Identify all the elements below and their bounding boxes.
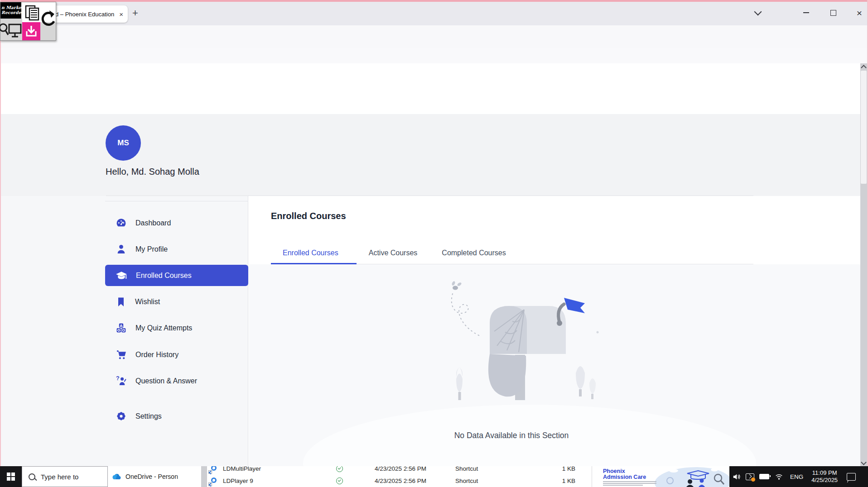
browser-titlebar: board – Phoenix Education × + × xyxy=(0,0,868,25)
copy-document-icon[interactable] xyxy=(23,4,41,21)
recording-border-top xyxy=(0,0,868,2)
arrow-up-icon xyxy=(861,65,867,71)
sidebar-label: Enrolled Courses xyxy=(136,272,192,280)
banner-title: Phoenix Admission Care xyxy=(603,468,646,480)
sidebar-divider xyxy=(105,201,248,201)
bee-icon xyxy=(451,281,462,290)
sidebar-item-wishlist[interactable]: Wishlist xyxy=(105,291,248,312)
taskbar-clock[interactable]: 11:09 PM 4/25/2025 xyxy=(808,469,841,484)
recorder-title-line2: Recorder xyxy=(1,10,21,15)
scrollbar-thumb[interactable] xyxy=(861,71,867,184)
taskbar-search[interactable]: Type here to xyxy=(22,466,108,487)
file-explorer-window[interactable]: OneDrive - Person LDMultiPlayer 4/23/202… xyxy=(108,466,592,487)
language-indicator[interactable]: ENG xyxy=(786,473,808,480)
onedrive-cloud-icon xyxy=(111,473,121,480)
phoenix-admission-care-window[interactable]: Phoenix Admission Care xyxy=(592,466,729,487)
close-window-button[interactable]: × xyxy=(854,6,865,19)
speaker-icon xyxy=(733,473,740,480)
explorer-scrollbar[interactable] xyxy=(201,466,207,487)
content-tabs: Enrolled Courses Active Courses Complete… xyxy=(271,242,753,264)
file-name: LDMultiPlayer xyxy=(223,466,336,472)
tab-label: Completed Courses xyxy=(442,249,506,257)
sidebar-item-enrolled-courses[interactable]: Enrolled Courses xyxy=(105,265,248,286)
screen-recorder-overlay[interactable]: n Marker Recorder xyxy=(0,2,56,41)
sidebar-label: My Quiz Attempts xyxy=(135,324,192,332)
file-date: 4/23/2025 2:56 PM xyxy=(375,477,455,484)
tab-completed-courses[interactable]: Completed Courses xyxy=(429,242,518,264)
restore-button[interactable] xyxy=(827,6,839,19)
tab-close-icon[interactable]: × xyxy=(119,11,123,18)
refresh-icon[interactable] xyxy=(40,9,56,32)
search-icon xyxy=(29,473,35,480)
banner-illustration xyxy=(660,467,729,487)
file-name: LDPlayer 9 xyxy=(223,477,336,484)
file-type: Shortcut xyxy=(455,477,548,484)
file-row[interactable]: LDMultiPlayer 4/23/2025 2:56 PM Shortcut… xyxy=(209,466,592,474)
bookmarks-bar: Import bookmarks... Finish setup xyxy=(0,48,868,64)
start-button[interactable] xyxy=(0,466,22,487)
onedrive-label: OneDrive - Person xyxy=(125,473,178,480)
enrolled-courses-icon xyxy=(116,270,127,282)
file-size: 1 KB xyxy=(548,466,575,472)
sidebar-label: Order History xyxy=(135,351,178,359)
notification-icon xyxy=(847,473,856,481)
clock-time: 11:09 PM xyxy=(811,469,838,477)
question-answer-icon: ? xyxy=(116,375,127,387)
battery-button[interactable] xyxy=(757,466,772,487)
notification-dot xyxy=(751,477,755,482)
battery-icon xyxy=(759,474,769,479)
empty-state: No Data Available in this Section xyxy=(249,264,860,466)
file-row-partial[interactable] xyxy=(209,485,592,487)
close-icon: × xyxy=(857,8,862,18)
sync-check-icon xyxy=(336,477,343,484)
sidebar-item-my-profile[interactable]: My Profile xyxy=(105,239,248,260)
wishlist-icon xyxy=(116,296,126,307)
scroll-up-button[interactable] xyxy=(860,63,867,70)
sidebar-item-dashboard[interactable]: Dashboard xyxy=(105,212,248,234)
page-scrollbar[interactable] xyxy=(860,63,867,466)
sidebar-label: Settings xyxy=(135,412,162,420)
profile-band: MS xyxy=(0,114,860,196)
cast-button[interactable] xyxy=(743,466,757,487)
minimize-icon xyxy=(803,12,809,13)
file-size: 1 KB xyxy=(548,477,575,484)
wifi-button[interactable] xyxy=(772,466,786,487)
sidebar-label: My Profile xyxy=(135,245,168,253)
arrow-down-icon xyxy=(861,459,867,465)
action-center-button[interactable] xyxy=(841,466,861,487)
greeting-text: Hello, Md. Sohag Molla xyxy=(106,167,199,177)
file-type: Shortcut xyxy=(455,466,548,472)
recorder-title: n Marker Recorder xyxy=(0,2,21,19)
clock-date: 4/25/2025 xyxy=(811,477,838,484)
settings-gear-icon xyxy=(116,411,127,422)
new-tab-button[interactable]: + xyxy=(132,8,138,18)
chevron-down-icon xyxy=(754,8,762,16)
sidebar-item-order-history[interactable]: Order History xyxy=(105,344,248,365)
ldplayer-icon xyxy=(209,466,218,473)
empty-mailbox-illustration xyxy=(416,278,611,418)
sidebar-label: Dashboard xyxy=(135,219,171,227)
sidebar-label: Wishlist xyxy=(135,298,160,306)
system-tray: ENG 11:09 PM 4/25/2025 xyxy=(729,466,868,487)
search-placeholder: Type here to xyxy=(41,473,78,481)
site-header: PHOENIX EDUCATION Admission About Us MS … xyxy=(0,63,860,114)
tab-active-courses[interactable]: Active Courses xyxy=(357,242,430,264)
onedrive-nav-item[interactable]: OneDrive - Person xyxy=(111,466,200,487)
svg-text:?: ? xyxy=(116,375,120,382)
sidebar-item-my-quiz-attempts[interactable]: My Quiz Attempts xyxy=(105,317,248,339)
tab-list-dropdown[interactable] xyxy=(752,6,764,19)
monitor-icon[interactable] xyxy=(8,23,22,38)
sidebar-item-settings[interactable]: Settings xyxy=(105,406,248,427)
download-icon xyxy=(25,25,37,38)
download-button[interactable] xyxy=(22,22,40,40)
scroll-down-button[interactable] xyxy=(860,459,867,466)
sidebar-item-question-answer[interactable]: ? Question & Answer xyxy=(105,370,248,392)
tab-label: Active Courses xyxy=(369,249,418,257)
bottom-strip: Type here to OneDrive - Person LDMultiPl… xyxy=(0,466,868,487)
empty-state-message: No Data Available in this Section xyxy=(249,431,774,440)
file-row[interactable]: LDPlayer 9 4/23/2025 2:56 PM Shortcut 1 … xyxy=(209,475,592,486)
recorder-title-line1: n Marker xyxy=(1,5,21,10)
volume-button[interactable] xyxy=(729,466,743,487)
tab-enrolled-courses[interactable]: Enrolled Courses xyxy=(271,242,357,264)
minimize-button[interactable] xyxy=(800,6,812,19)
